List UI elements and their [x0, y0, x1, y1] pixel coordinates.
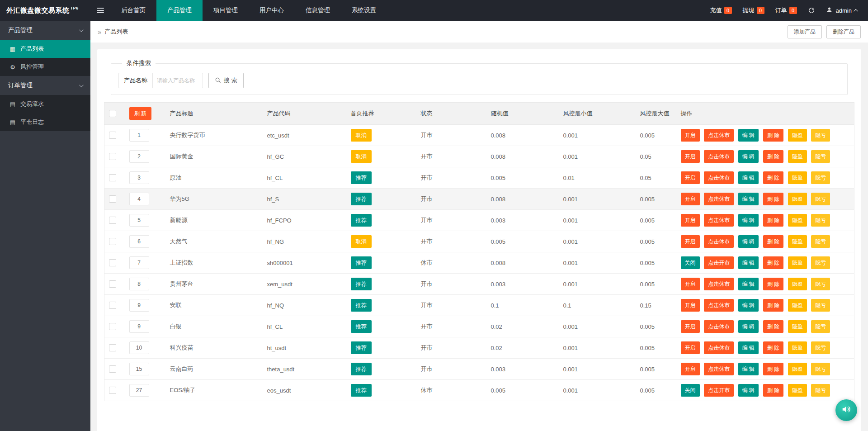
- sidebar-group-product-manage[interactable]: 产品管理: [0, 21, 90, 40]
- select-all-checkbox[interactable]: [109, 110, 116, 117]
- recommend-toggle-button[interactable]: 推荐: [351, 256, 372, 269]
- edit-button[interactable]: 编 辑: [738, 150, 759, 163]
- hide-loss-button[interactable]: 隐亏: [811, 193, 830, 205]
- market-switch-button[interactable]: 点击休市: [704, 171, 734, 184]
- product-name-input[interactable]: [152, 73, 203, 88]
- hide-loss-button[interactable]: 隐亏: [811, 299, 830, 312]
- hide-profit-button[interactable]: 隐盈: [788, 341, 807, 354]
- stat-withdraw[interactable]: 提现0: [743, 6, 764, 14]
- edit-button[interactable]: 编 辑: [738, 193, 759, 205]
- recommend-toggle-button[interactable]: 推荐: [351, 193, 372, 205]
- market-switch-button[interactable]: 点击休市: [704, 341, 734, 354]
- market-toggle-button[interactable]: 开启: [681, 299, 700, 312]
- edit-button[interactable]: 编 辑: [738, 320, 759, 333]
- edit-button[interactable]: 编 辑: [738, 363, 759, 375]
- row-checkbox[interactable]: [109, 153, 116, 160]
- sort-input[interactable]: [129, 384, 149, 397]
- hide-loss-button[interactable]: 隐亏: [811, 171, 830, 184]
- row-checkbox[interactable]: [109, 217, 116, 224]
- hide-profit-button[interactable]: 隐盈: [788, 363, 807, 375]
- recommend-toggle-button[interactable]: 推荐: [351, 384, 372, 397]
- recommend-toggle-button[interactable]: 取消: [351, 235, 372, 248]
- market-switch-button[interactable]: 点击开市: [704, 384, 734, 397]
- sort-input[interactable]: [129, 235, 149, 248]
- stat-order[interactable]: 订单0: [775, 6, 797, 14]
- hide-profit-button[interactable]: 隐盈: [788, 129, 807, 142]
- market-toggle-button[interactable]: 开启: [681, 171, 700, 184]
- delete-button[interactable]: 删 除: [763, 299, 783, 312]
- delete-product-button[interactable]: 删除产品: [826, 25, 861, 38]
- hide-loss-button[interactable]: 隐亏: [811, 363, 830, 375]
- market-toggle-button[interactable]: 开启: [681, 214, 700, 227]
- topnav-item-system[interactable]: 系统设置: [341, 0, 387, 21]
- sort-input[interactable]: [129, 129, 149, 142]
- sort-input[interactable]: [129, 214, 149, 227]
- market-switch-button[interactable]: 点击休市: [704, 363, 734, 375]
- market-switch-button[interactable]: 点击休市: [704, 320, 734, 333]
- row-checkbox[interactable]: [109, 302, 116, 309]
- recommend-toggle-button[interactable]: 推荐: [351, 320, 372, 333]
- sidebar-group-order-manage[interactable]: 订单管理: [0, 76, 90, 95]
- row-checkbox[interactable]: [109, 323, 116, 330]
- market-toggle-button[interactable]: 开启: [681, 341, 700, 354]
- market-switch-button[interactable]: 点击休市: [704, 278, 734, 290]
- delete-button[interactable]: 删 除: [763, 278, 783, 290]
- market-switch-button[interactable]: 点击开市: [704, 256, 734, 269]
- sidebar-item-close-log[interactable]: ▤平仓日志: [0, 113, 90, 131]
- market-toggle-button[interactable]: 开启: [681, 235, 700, 248]
- delete-button[interactable]: 删 除: [763, 384, 783, 397]
- hide-profit-button[interactable]: 隐盈: [788, 256, 807, 269]
- sort-input[interactable]: [129, 363, 149, 375]
- hide-loss-button[interactable]: 隐亏: [811, 129, 830, 142]
- topnav-item-product[interactable]: 产品管理: [156, 0, 203, 21]
- market-toggle-button[interactable]: 开启: [681, 129, 700, 142]
- sort-input[interactable]: [129, 193, 149, 205]
- sort-input[interactable]: [129, 299, 149, 312]
- edit-button[interactable]: 编 辑: [738, 299, 759, 312]
- market-switch-button[interactable]: 点击休市: [704, 235, 734, 248]
- edit-button[interactable]: 编 辑: [738, 129, 759, 142]
- delete-button[interactable]: 删 除: [763, 320, 783, 333]
- delete-button[interactable]: 删 除: [763, 235, 783, 248]
- market-switch-button[interactable]: 点击休市: [704, 129, 734, 142]
- market-toggle-button[interactable]: 开启: [681, 320, 700, 333]
- hide-loss-button[interactable]: 隐亏: [811, 278, 830, 290]
- topnav-item-info[interactable]: 信息管理: [295, 0, 341, 21]
- sort-input[interactable]: [129, 320, 149, 333]
- add-product-button[interactable]: 添加产品: [788, 25, 822, 38]
- market-switch-button[interactable]: 点击休市: [704, 299, 734, 312]
- recommend-toggle-button[interactable]: 推荐: [351, 341, 372, 354]
- edit-button[interactable]: 编 辑: [738, 384, 759, 397]
- hide-profit-button[interactable]: 隐盈: [788, 320, 807, 333]
- hide-profit-button[interactable]: 隐盈: [788, 235, 807, 248]
- refresh-icon[interactable]: [808, 7, 815, 14]
- topnav-item-project[interactable]: 项目管理: [203, 0, 249, 21]
- topnav-item-user[interactable]: 用户中心: [249, 0, 295, 21]
- stat-recharge[interactable]: 充值0: [710, 6, 732, 14]
- sort-input[interactable]: [129, 150, 149, 163]
- hide-loss-button[interactable]: 隐亏: [811, 150, 830, 163]
- edit-button[interactable]: 编 辑: [738, 235, 759, 248]
- market-toggle-button[interactable]: 关闭: [681, 256, 700, 269]
- delete-button[interactable]: 删 除: [763, 193, 783, 205]
- delete-button[interactable]: 删 除: [763, 341, 783, 354]
- edit-button[interactable]: 编 辑: [738, 171, 759, 184]
- recommend-toggle-button[interactable]: 推荐: [351, 171, 372, 184]
- delete-button[interactable]: 删 除: [763, 256, 783, 269]
- market-switch-button[interactable]: 点击休市: [704, 214, 734, 227]
- delete-button[interactable]: 删 除: [763, 171, 783, 184]
- refresh-button[interactable]: 刷 新: [129, 107, 151, 120]
- row-checkbox[interactable]: [109, 344, 116, 351]
- delete-button[interactable]: 删 除: [763, 363, 783, 375]
- row-checkbox[interactable]: [109, 238, 116, 245]
- hide-loss-button[interactable]: 隐亏: [811, 256, 830, 269]
- hide-profit-button[interactable]: 隐盈: [788, 193, 807, 205]
- recommend-toggle-button[interactable]: 推荐: [351, 363, 372, 375]
- sidebar-item-risk-manage[interactable]: ⚙风控管理: [0, 58, 90, 76]
- market-switch-button[interactable]: 点击休市: [704, 193, 734, 205]
- hide-profit-button[interactable]: 隐盈: [788, 150, 807, 163]
- sidebar-item-product-list[interactable]: ▦产品列表: [0, 40, 90, 58]
- recommend-toggle-button[interactable]: 取消: [351, 150, 372, 163]
- delete-button[interactable]: 删 除: [763, 129, 783, 142]
- hide-profit-button[interactable]: 隐盈: [788, 214, 807, 227]
